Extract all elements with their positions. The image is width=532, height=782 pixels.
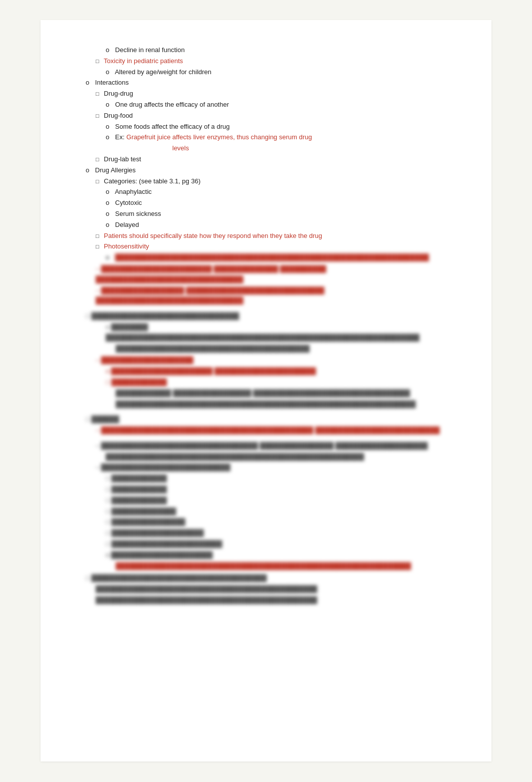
list-item-blurred: □ ████████████ [106, 495, 456, 506]
list-item: o Altered by age/weight for children [106, 67, 456, 78]
list-item: □ Drug-drug [96, 89, 456, 99]
line-text-blurred: ████████████████████████████████████████… [115, 253, 429, 261]
line-text-red: Patients should specifically state how t… [104, 232, 322, 239]
bullet-o-icon: o [106, 68, 109, 76]
list-item-blurred: ████████████ █████████████████ █████████… [116, 388, 456, 399]
bullet-sq-icon: □ [96, 91, 99, 97]
line-text: Drug Allergies [95, 166, 136, 174]
list-item-blurred: □ ████████████████ [106, 517, 456, 528]
line-text-blurred: o ██████████████████████ [106, 551, 212, 559]
line-text-red-cont: levels [172, 144, 189, 152]
line-text-red: Toxicity in pediatric patients [104, 57, 183, 65]
bullet-o-icon: o [86, 79, 89, 86]
bullet-o-icon: o [106, 199, 109, 206]
line-text-blurred: □ ██████████████ [106, 507, 176, 515]
bullet-o-icon: o [106, 133, 109, 141]
line-text: Anaphylactic [115, 188, 152, 195]
bullet-o-icon: o [106, 210, 109, 217]
list-item-blurred: o ██████████████████████ ███████████████… [106, 366, 456, 377]
list-item: □ Patients should specifically state how… [96, 231, 456, 241]
bullet-o-icon: o [106, 188, 109, 195]
list-item-blurred: ████████████████████████████████████████… [106, 452, 456, 462]
list-item: o Anaphylactic [106, 187, 456, 197]
line-text: Interactions [95, 79, 129, 86]
list-item-blurred: □ ██████ [86, 414, 456, 425]
list-item: o Decline in renal function [106, 45, 456, 56]
line-text-blurred: □ ████████████████████████ [106, 540, 222, 548]
line-text-blurred: – ██████████████████████████████████ ███… [96, 442, 428, 449]
list-item-blurred: – ██████████████████████████████████ ███… [96, 441, 456, 451]
list-item: o Interactions [86, 78, 456, 88]
line-text-blurred: □ ████████████████████ [106, 529, 204, 537]
list-item: o Some foods affect the efficacy of a dr… [106, 122, 456, 132]
bullet-o-icon: o [106, 46, 109, 54]
line-text: Cytotoxic [115, 199, 142, 206]
list-item-blurred: o ██████████████████████████████████████… [106, 252, 456, 263]
line-text-blurred: □ ████████████ [106, 485, 167, 493]
line-text-blurred: ████████████████████████████████████████… [96, 596, 317, 604]
line-text-blurred: – ██████████████████ ███████████████████… [96, 287, 325, 305]
line-text: Delayed [115, 221, 139, 228]
line-text-blurred: □ ██████████████████████████████████████ [86, 574, 267, 582]
bullet-sq-icon: □ [96, 243, 99, 249]
list-item-blurred: – ██████████████████ ███████████████████… [96, 286, 456, 307]
line-text: Drug-drug [104, 90, 133, 97]
line-text-blurred: ████████████████████████████████████████… [116, 562, 411, 570]
list-item: o Delayed [106, 220, 456, 230]
line-text-blurred: – ████████████████████ [96, 356, 193, 364]
list-item-blurred: □ ████████████ [106, 484, 456, 495]
document-page: o Decline in renal function □ Toxicity i… [41, 20, 491, 761]
line-text-blurred: ████████████████████████████████████████… [116, 400, 416, 408]
list-item-blurred: ████████████████████████████████████████… [96, 595, 456, 606]
list-item: □ Photosensitivity [96, 241, 456, 252]
line-text-blurred: ████████████████████████████████████████… [116, 345, 310, 352]
list-item-blurred: □ ████████████████████████ [106, 539, 456, 550]
list-item: □ Drug-food [96, 111, 456, 121]
line-text-blurred: – ████████████████████████████ [96, 463, 230, 471]
list-item-blurred: □ ████████████████████████████████ [86, 311, 456, 322]
list-item-blurred: ████████████████████████████████████████… [116, 561, 456, 572]
list-item: o Cytotoxic [106, 198, 456, 208]
list-item-blurred: – ██████████████████████████████████████… [96, 425, 456, 436]
line-text: One drug affects the efficacy of another [115, 101, 229, 108]
line-text-blurred: – ██████████████████████████████████████… [96, 426, 440, 434]
bullet-sq-icon: □ [96, 233, 99, 239]
bullet-sq-icon: □ [96, 156, 99, 162]
list-item-blurred: o ██████████████████████ [106, 550, 456, 561]
line-text-blurred: □ ████████████ [106, 474, 167, 482]
list-item-blurred: □ ████████████ [106, 473, 456, 484]
line-text-red: Photosensitivity [104, 242, 149, 250]
bullet-sq-icon: □ [96, 113, 99, 119]
line-text: Drug-lab test [104, 155, 141, 163]
list-item-blurred: □ ████████████ [106, 377, 456, 388]
list-item-blurred: ████████████████████████████████████████… [116, 399, 456, 410]
line-text-blurred: o ████████ █████████████████████████████… [106, 323, 419, 341]
list-item-blurred: ████████████████████████████████████████… [96, 584, 456, 595]
line-text-blurred: □ ████████████████ [106, 518, 185, 526]
list-item-blurred: – ████████████████████████████ [96, 462, 456, 473]
list-item: o Ex: Grapefruit juice affects liver enz… [106, 132, 456, 143]
line-text: Altered by age/weight for children [115, 68, 211, 76]
line-text-blurred: □ ████████████ [106, 378, 167, 386]
list-item-continuation: levels [172, 143, 456, 154]
line-text: Decline in renal function [115, 46, 185, 54]
bullet-o-icon: o [106, 253, 109, 261]
list-item-blurred: □ ██████████████ [106, 506, 456, 517]
line-text-blurred: □ ████████████ [106, 496, 167, 504]
line-text-blurred: □ ████████████████████████████████ [86, 312, 239, 320]
bullet-o-icon: o [106, 101, 109, 108]
bullet-o-icon: o [86, 166, 89, 174]
list-item-blurred: □ ██████████████████████████████████████ [86, 573, 456, 584]
list-item: □ Categories: (see table 3.1, pg 36) [96, 176, 456, 187]
list-item: o Serum sickness [106, 209, 456, 219]
list-item: □ Toxicity in pediatric patients [96, 56, 456, 67]
line-text-blurred: ████████████████████████████████████████… [96, 585, 317, 593]
list-item: o One drug affects the efficacy of anoth… [106, 100, 456, 110]
bullet-sq-icon: □ [96, 58, 99, 64]
line-text-blurred: ████████████ █████████████████ █████████… [116, 389, 410, 397]
bullet-sq-icon: □ [96, 178, 99, 184]
list-item-blurred: o ████████ █████████████████████████████… [106, 322, 456, 343]
list-item-blurred: ████████████████████████████████████████… [116, 344, 456, 354]
line-text-blurred: o ██████████████████████ ███████████████… [106, 367, 316, 375]
list-item-blurred: – ████████████████████████ █████████████… [96, 264, 456, 285]
